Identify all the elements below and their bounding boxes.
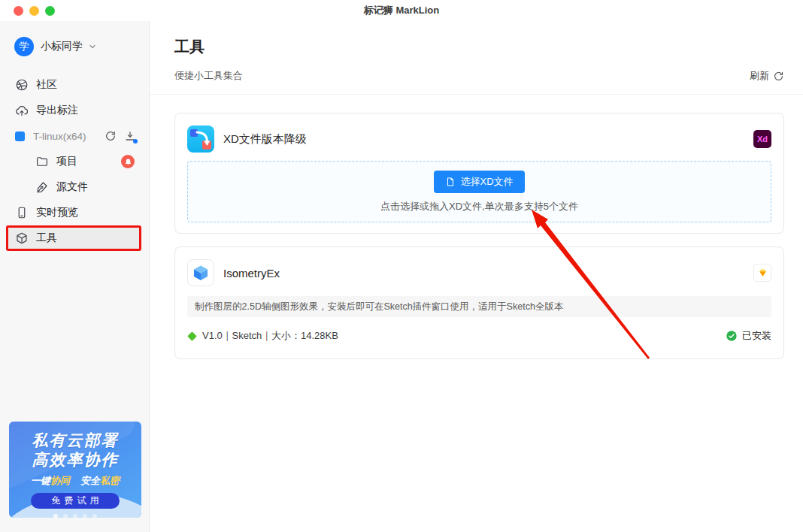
card-title: XD文件版本降级	[223, 132, 307, 147]
download-icon[interactable]	[123, 130, 136, 143]
device-label: T-linux(x64)	[33, 131, 86, 142]
carousel-dots	[9, 514, 141, 518]
sidebar-item-tools[interactable]: 工具	[6, 225, 141, 251]
avatar: 学	[14, 37, 34, 56]
page-title: 工具	[174, 36, 784, 57]
installed-label: 已安装	[742, 329, 771, 343]
sidebar-item-community[interactable]: 社区	[0, 72, 149, 98]
window-controls	[14, 0, 55, 21]
sketch-badge	[753, 264, 771, 282]
tool-description: 制作图层的2.5D轴侧图形效果，安装后即可在Sketch插件窗口使用，适用于Sk…	[187, 296, 771, 317]
sketch-diamond-icon	[757, 268, 768, 279]
card-header: IsometryEx	[187, 259, 771, 286]
titlebar: 标记狮 MarkLion	[0, 0, 803, 21]
pen-nib-icon	[35, 180, 49, 194]
banner-line2: 高效率协作	[9, 450, 141, 470]
device-status-icon	[15, 131, 25, 141]
xd-downgrade-tool-icon	[187, 125, 214, 153]
banner-line1: 私有云部署	[9, 431, 141, 450]
minimize-window-button[interactable]	[29, 6, 39, 16]
sidebar-item-label: 项目	[56, 155, 77, 168]
select-xd-file-label: 选择XD文件	[460, 175, 513, 189]
window-title: 标记狮 MarkLion	[364, 4, 439, 17]
community-icon	[15, 78, 29, 92]
refresh-label: 刷新	[750, 69, 769, 83]
carousel-dot[interactable]	[53, 514, 58, 518]
dropzone-hint: 点击选择或拖入XD文件,单次最多支持5个文件	[380, 200, 578, 213]
sidebar-item-export-annotations[interactable]: 导出标注	[0, 98, 149, 123]
refresh-button[interactable]: 刷新	[750, 69, 784, 83]
header-divider	[150, 94, 803, 95]
sidebar: 学 小标同学 社区 导出标注 T-linux(x64)	[0, 21, 150, 532]
banner-tagline: 一键协同安全私密	[9, 474, 141, 488]
card-header: XD文件版本降级 Xd	[187, 125, 771, 153]
folder-icon	[35, 155, 49, 168]
xd-file-dropzone[interactable]: 选择XD文件 点击选择或拖入XD文件,单次最多支持5个文件	[187, 161, 771, 222]
isometryex-tool-icon	[187, 259, 214, 286]
main-content: 工具 便捷小工具集合 刷新 XD文件版本降级 Xd	[150, 21, 803, 532]
sidebar-item-label: 导出标注	[36, 104, 78, 117]
sidebar-item-label: 源文件	[56, 180, 88, 194]
carousel-dot[interactable]	[63, 514, 68, 518]
page-subtitle: 便捷小工具集合	[174, 69, 243, 83]
adobe-xd-badge: Xd	[753, 130, 771, 148]
tool-meta: V1.0｜Sketch｜大小：14.28KB	[202, 329, 338, 343]
sidebar-item-label: 工具	[36, 231, 57, 245]
subheader: 便捷小工具集合 刷新	[174, 69, 784, 83]
sidebar-item-live-preview[interactable]: 实时预览	[0, 200, 149, 225]
cloud-upload-icon	[15, 104, 29, 117]
file-icon	[445, 177, 456, 187]
close-window-button[interactable]	[14, 6, 23, 16]
tool-meta-row: V1.0｜Sketch｜大小：14.28KB 已安装	[187, 329, 771, 343]
user-name: 小标同学	[41, 40, 83, 53]
tool-card-xd-downgrade: XD文件版本降级 Xd 选择XD文件 点击选择或拖入XD文件,单次最多支持5个文…	[174, 113, 784, 234]
bell-icon	[124, 158, 132, 166]
version-diamond-icon	[187, 331, 197, 341]
chevron-down-icon	[88, 42, 97, 51]
carousel-dot[interactable]	[73, 514, 77, 518]
sidebar-nav: 社区 导出标注 T-linux(x64)	[0, 72, 149, 251]
sidebar-item-projects[interactable]: 项目	[0, 149, 149, 174]
phone-icon	[15, 206, 29, 219]
promo-banner[interactable]: 私有云部署 高效率协作 一键协同安全私密 免费试用	[9, 422, 141, 518]
sidebar-item-device[interactable]: T-linux(x64)	[0, 123, 149, 149]
device-actions	[104, 130, 136, 143]
sidebar-item-label: 实时预览	[36, 206, 78, 219]
carousel-dot[interactable]	[83, 514, 87, 518]
sidebar-item-source-files[interactable]: 源文件	[0, 174, 149, 200]
free-trial-button[interactable]: 免费试用	[31, 493, 120, 509]
update-notification-dot	[133, 139, 138, 144]
carousel-dot[interactable]	[92, 514, 97, 518]
installed-status: 已安装	[726, 329, 771, 343]
zoom-window-button[interactable]	[45, 6, 55, 16]
cube-icon	[15, 231, 29, 245]
notification-badge	[121, 155, 135, 168]
check-circle-icon	[726, 330, 738, 342]
card-title: IsometryEx	[223, 267, 280, 280]
refresh-device-icon[interactable]	[104, 130, 117, 143]
refresh-icon	[773, 71, 784, 82]
user-menu[interactable]: 学 小标同学	[0, 21, 149, 56]
sidebar-item-label: 社区	[36, 78, 57, 92]
tool-card-isometryex: IsometryEx 制作图层的2.5D轴侧图形效果，安装后即可在Sketch插…	[174, 246, 784, 359]
select-xd-file-button[interactable]: 选择XD文件	[434, 171, 524, 193]
app-window: 标记狮 MarkLion 学 小标同学 社区 导出标注	[0, 0, 803, 532]
